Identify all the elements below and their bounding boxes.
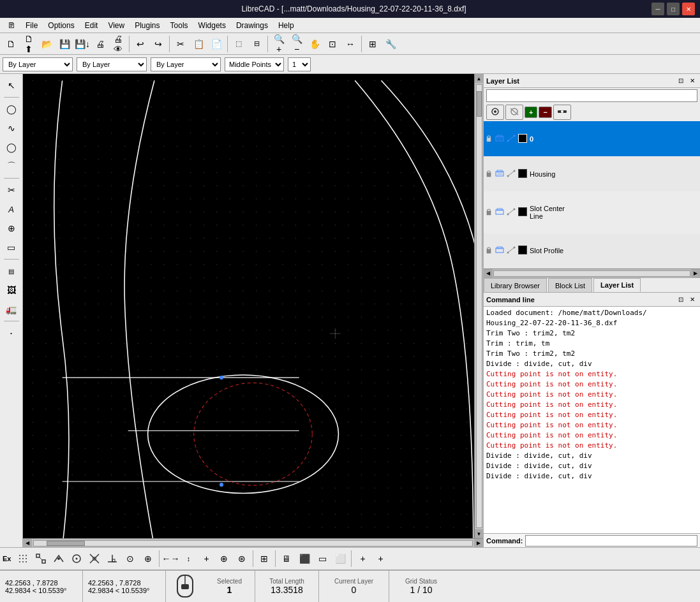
maximize-button[interactable]: □ xyxy=(667,3,680,15)
restrict-vert-button[interactable]: ↕ xyxy=(180,550,197,567)
h-scroll-thumb[interactable] xyxy=(47,541,85,546)
text-tool[interactable]: A xyxy=(3,200,20,218)
scroll-up-button[interactable]: ▲ xyxy=(475,74,484,83)
table-row[interactable]: Housing xyxy=(484,156,700,191)
layer-show-all-button[interactable] xyxy=(486,105,504,120)
arc-tool[interactable]: ⌒ xyxy=(3,158,20,175)
menu-plugins[interactable]: Plugins xyxy=(130,20,165,31)
zoom-pan-button[interactable]: ✋ xyxy=(306,36,323,52)
layer-toggle-button[interactable]: ⊞ xyxy=(364,36,381,52)
properties-button[interactable]: 🔧 xyxy=(382,36,399,52)
snap-midpoint-button[interactable] xyxy=(50,550,67,567)
zoom-fit-button[interactable]: ⊡ xyxy=(324,36,341,52)
point-tool[interactable]: · xyxy=(3,324,20,342)
linewidth-selector[interactable]: By Layer xyxy=(151,57,221,71)
cmd-float-button[interactable]: ⊡ xyxy=(676,295,686,305)
layer-scroll-right[interactable]: ▶ xyxy=(691,269,700,278)
restrict-free-button[interactable]: ⊛ xyxy=(234,550,250,567)
select-button[interactable]: ⬚ xyxy=(230,36,247,52)
menu-tools[interactable]: Tools xyxy=(165,20,193,31)
zoom-prev-button[interactable]: ↔ xyxy=(342,36,359,52)
new-button[interactable]: 🗋 xyxy=(3,36,19,52)
menu-options[interactable]: Options xyxy=(43,20,79,31)
relative-button[interactable]: ⊞ xyxy=(256,550,272,567)
restrict-horiz-button[interactable]: ←→ xyxy=(162,550,179,567)
menu-drawings[interactable]: Drawings xyxy=(231,20,273,31)
deselect-button[interactable]: ⊟ xyxy=(248,36,265,52)
spline-tool[interactable]: ∿ xyxy=(3,119,20,137)
extra-tool[interactable]: 🚛 xyxy=(3,300,20,318)
snap-grid-button[interactable] xyxy=(15,550,31,567)
layer-list-float-button[interactable]: ⊡ xyxy=(676,76,686,86)
v-scroll-thumb[interactable] xyxy=(477,91,482,117)
cut-button[interactable]: ✂ xyxy=(172,36,189,52)
snap-tangent-button[interactable]: ⊙ xyxy=(122,550,138,567)
snap-value-selector[interactable]: 1 xyxy=(288,57,311,71)
snap-endpoint-button[interactable] xyxy=(33,550,49,567)
zoom-out-button[interactable]: 🔍− xyxy=(288,36,305,52)
circle-tool[interactable]: ◯ xyxy=(3,100,20,118)
undo-button[interactable]: ↩ xyxy=(132,36,149,52)
dimension-tool[interactable]: ▭ xyxy=(3,239,20,256)
tab-library-browser[interactable]: Library Browser xyxy=(484,278,547,292)
screen-wide-button[interactable]: ▭ xyxy=(314,550,331,567)
close-button[interactable]: ✕ xyxy=(682,3,695,15)
layer-add-button[interactable]: + xyxy=(525,106,537,118)
select-tool[interactable]: ↖ xyxy=(3,77,20,94)
minimize-button[interactable]: ─ xyxy=(652,3,664,15)
table-row[interactable]: 0 xyxy=(484,121,700,156)
menu-help[interactable]: Help xyxy=(273,20,299,31)
redo-button[interactable]: ↪ xyxy=(150,36,167,52)
save-button[interactable]: 💾 xyxy=(56,36,73,52)
menu-icon[interactable]: 🖹 xyxy=(3,20,20,31)
layer-hide-all-button[interactable] xyxy=(505,105,523,120)
save-as-button[interactable]: 💾↓ xyxy=(74,36,91,52)
insert-tool[interactable]: ⊕ xyxy=(3,219,20,237)
cmd-close-button[interactable]: ✕ xyxy=(687,295,697,305)
h-scrollbar[interactable]: ◀ ▶ xyxy=(23,538,483,547)
h-scroll-track[interactable] xyxy=(33,540,473,547)
command-input[interactable] xyxy=(525,535,697,547)
layer-remove-button[interactable]: − xyxy=(539,106,551,118)
print-preview-button[interactable]: 🖨👁 xyxy=(110,36,126,52)
layer-scroll-left[interactable]: ◀ xyxy=(484,269,493,278)
menu-widgets[interactable]: Widgets xyxy=(193,20,231,31)
scroll-left-button[interactable]: ◀ xyxy=(23,539,32,548)
open-button[interactable]: 📂 xyxy=(38,36,55,52)
remove-snap-button[interactable]: + xyxy=(372,550,389,567)
hatch-tool[interactable]: ▤ xyxy=(3,262,20,280)
screen-other-button[interactable]: ⬜ xyxy=(332,550,348,567)
copy-button[interactable]: 📋 xyxy=(190,36,207,52)
snap-perpendicular-button[interactable] xyxy=(104,550,121,567)
menu-view[interactable]: View xyxy=(103,20,130,31)
paste-button[interactable]: 📄 xyxy=(208,36,225,52)
snap-center-button[interactable] xyxy=(68,550,85,567)
image-tool[interactable]: 🖼 xyxy=(3,281,20,299)
snap-orthogonal-button[interactable]: ⊕ xyxy=(140,550,156,567)
menu-file[interactable]: File xyxy=(20,20,43,31)
screen-4x3-button[interactable]: ⬛ xyxy=(296,550,313,567)
snap-selector[interactable]: Middle Points xyxy=(225,57,284,71)
scroll-right-button[interactable]: ▶ xyxy=(474,539,483,548)
scroll-down-button[interactable]: ▼ xyxy=(475,529,484,538)
snap-intersection-button[interactable] xyxy=(86,550,103,567)
new-template-button[interactable]: 🗋⬆ xyxy=(20,36,37,52)
zoom-in-button[interactable]: 🔍+ xyxy=(271,36,287,52)
color-selector[interactable]: By Layer xyxy=(3,57,73,71)
layer-h-track[interactable] xyxy=(493,270,690,277)
layer-search-input[interactable] xyxy=(486,89,697,102)
tab-block-list[interactable]: Block List xyxy=(548,278,592,292)
layer-edit-button[interactable] xyxy=(553,105,571,120)
print-button[interactable]: 🖨 xyxy=(92,36,108,52)
layer-list-close-button[interactable]: ✕ xyxy=(687,76,697,86)
restrict-angle-button[interactable]: ⊕ xyxy=(216,550,232,567)
v-scroll-track[interactable] xyxy=(476,84,482,528)
table-row[interactable]: Slot Profile xyxy=(484,233,700,268)
layer-h-scrollbar[interactable]: ◀ ▶ xyxy=(484,268,700,277)
restrict-ortho-button[interactable]: + xyxy=(198,550,214,567)
add-snap-button[interactable]: + xyxy=(354,550,371,567)
ellipse-tool[interactable]: ◯ xyxy=(3,138,20,156)
table-row[interactable]: Slot CenterLine xyxy=(484,191,700,233)
tab-layer-list[interactable]: Layer List xyxy=(593,278,641,292)
v-scrollbar[interactable]: ▲ ▼ xyxy=(474,74,483,538)
